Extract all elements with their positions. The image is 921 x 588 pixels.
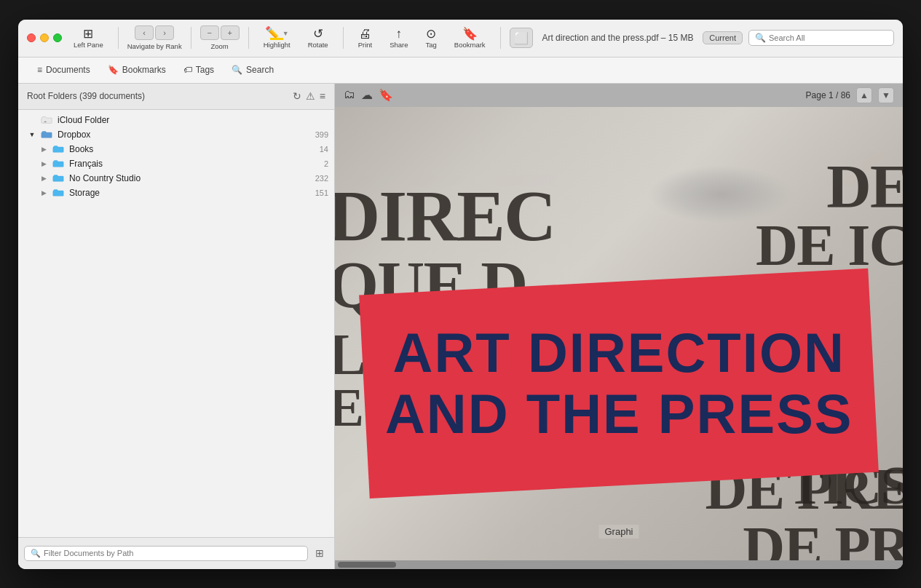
pdf-content: DIREC QUE D LA DIR E DE DE IC DE PRE DE …	[335, 107, 903, 560]
filter-input[interactable]	[44, 549, 301, 557]
zoom-in-button[interactable]: +	[221, 25, 240, 40]
pdf-bookmark-topbar-icon[interactable]: 🔖	[379, 88, 393, 102]
minimize-button[interactable]	[40, 33, 49, 42]
filter-input-wrap: 🔍	[24, 546, 308, 561]
close-button[interactable]	[27, 33, 36, 42]
pdf-scrollbar[interactable]	[335, 560, 903, 569]
print-button[interactable]: 🖨 Print	[352, 25, 379, 51]
dropbox-count: 399	[315, 130, 328, 139]
pdf-page: DIREC QUE D LA DIR E DE DE IC DE PRE DE …	[335, 107, 903, 560]
left-pane-button[interactable]: ⊞ Left Pane	[68, 25, 109, 51]
share-button[interactable]: ↑ Share	[384, 25, 414, 51]
warning-button[interactable]: ⚠	[306, 90, 315, 102]
divider-3	[248, 27, 249, 49]
books-folder-icon	[52, 144, 66, 154]
eye-area	[648, 165, 794, 223]
no-country-studio-chevron: ▶	[39, 173, 49, 183]
bookmarks-tab-icon: 🔖	[108, 65, 119, 75]
divider-1	[118, 27, 119, 49]
refresh-button[interactable]: ↻	[293, 90, 301, 102]
page-prev-button[interactable]: ▲	[856, 87, 872, 103]
search-input[interactable]	[769, 33, 888, 42]
books-chevron: ▶	[39, 144, 49, 154]
navigate-arrows: ‹ ›	[135, 25, 174, 40]
page-info-text: Page 1 / 86	[806, 90, 850, 100]
pdf-topbar: 🗂 ☁ 🔖 Page 1 / 86 ▲ ▼	[335, 84, 903, 107]
divider-2	[191, 27, 191, 49]
dropbox-chevron: ▼	[27, 130, 37, 140]
scrollbar-thumb[interactable]	[338, 562, 396, 568]
navigate-label: Navigate by Rank	[127, 42, 182, 50]
sidebar-header-actions: ↻ ⚠ ≡	[293, 90, 325, 102]
pdf-viewer: 🗂 ☁ 🔖 Page 1 / 86 ▲ ▼	[335, 84, 903, 569]
tabs-bar: ≡ Documents 🔖 Bookmarks 🏷 Tags 🔍 Search	[18, 57, 903, 84]
tree-item-icloud[interactable]: ☁ iCloud Folder	[18, 113, 334, 127]
navigate-group: ‹ › Navigate by Rank	[127, 25, 182, 50]
list-options-button[interactable]: ≡	[320, 90, 325, 102]
share-icon: ↑	[396, 28, 403, 40]
storage-chevron: ▶	[39, 188, 49, 198]
filter-options-button[interactable]: ⊞	[311, 544, 328, 562]
tree-item-books[interactable]: ▶ Books 14	[18, 142, 334, 156]
tab-tags[interactable]: 🏷 Tags	[176, 61, 221, 79]
icloud-chevron	[27, 115, 37, 125]
svg-text:☁: ☁	[44, 119, 47, 123]
red-banner: ART DIRECTION AND THE PRESS	[359, 268, 879, 498]
page-next-button[interactable]: ▼	[878, 87, 894, 103]
print-icon: 🖨	[359, 28, 371, 40]
current-button[interactable]: Current	[703, 31, 743, 44]
divider-4	[343, 27, 344, 49]
tab-bookmarks[interactable]: 🔖 Bookmarks	[100, 61, 173, 79]
left-pane-icon: ⊞	[83, 28, 93, 40]
bookmark-button[interactable]: 🔖 Bookmark	[448, 25, 491, 51]
sidebar-header-label: Root Folders (399 documents)	[27, 91, 145, 101]
pdf-background: DIREC QUE D LA DIR E DE DE IC DE PRE DE …	[335, 107, 903, 560]
tag-button[interactable]: ⊙ Tag	[420, 25, 443, 51]
tab-bookmarks-label: Bookmarks	[122, 65, 166, 75]
tab-tags-label: Tags	[196, 65, 214, 75]
highlight-underline	[270, 38, 283, 40]
tab-documents-label: Documents	[46, 65, 90, 75]
tree-item-no-country-studio[interactable]: ▶ No Country Studio 232	[18, 171, 334, 186]
rotate-icon: ↺	[313, 28, 323, 40]
francais-label: Français	[69, 159, 318, 169]
dropbox-label: Dropbox	[58, 130, 309, 140]
rotate-button[interactable]: ↺ Rotate	[302, 25, 334, 51]
pdf-folder-icon[interactable]: 🗂	[344, 88, 355, 102]
storage-label: Storage	[69, 188, 309, 198]
highlight-button[interactable]: ✏️ ▼ Highlight	[258, 25, 296, 51]
search-box: 🔍	[748, 30, 894, 46]
rotate-label: Rotate	[308, 41, 328, 49]
filter-search-icon: 🔍	[31, 549, 41, 558]
documents-tab-icon: ≡	[37, 65, 42, 75]
search-tab-icon: 🔍	[232, 65, 242, 75]
storage-count: 151	[315, 188, 328, 197]
francais-folder-icon	[52, 159, 66, 169]
tab-documents[interactable]: ≡ Documents	[30, 61, 98, 79]
no-country-studio-count: 232	[315, 174, 328, 183]
zoom-arrows: − +	[200, 25, 240, 40]
banner-text: ART DIRECTION AND THE PRESS	[371, 322, 868, 444]
sidebar-header: Root Folders (399 documents) ↻ ⚠ ≡	[18, 84, 334, 110]
pdf-cloud-icon[interactable]: ☁	[361, 88, 373, 102]
zoom-out-button[interactable]: −	[200, 25, 219, 40]
storage-folder-icon	[52, 188, 66, 198]
share-label: Share	[390, 41, 408, 49]
tree-item-dropbox[interactable]: ▼ Dropbox 399	[18, 127, 334, 142]
view-button[interactable]: ⬜	[510, 28, 533, 48]
navigate-back-button[interactable]: ‹	[135, 25, 154, 40]
navigate-forward-button[interactable]: ›	[155, 25, 174, 40]
books-label: Books	[69, 144, 314, 154]
icloud-icon: ☁	[41, 115, 54, 125]
left-pane-label: Left Pane	[74, 41, 103, 49]
maximize-button[interactable]	[53, 33, 62, 42]
pdf-caption: Graphi	[598, 525, 639, 539]
zoom-label: Zoom	[211, 42, 229, 50]
sidebar-footer: 🔍 ⊞	[18, 537, 334, 569]
page-info: Page 1 / 86 ▲ ▼	[806, 87, 894, 103]
pdf-topbar-icons: 🗂 ☁ 🔖	[344, 88, 393, 102]
tree-item-storage[interactable]: ▶ Storage 151	[18, 186, 334, 200]
tree-item-francais[interactable]: ▶ Français 2	[18, 156, 334, 171]
main-content: Root Folders (399 documents) ↻ ⚠ ≡ ☁	[18, 84, 903, 569]
tab-search[interactable]: 🔍 Search	[224, 61, 281, 79]
